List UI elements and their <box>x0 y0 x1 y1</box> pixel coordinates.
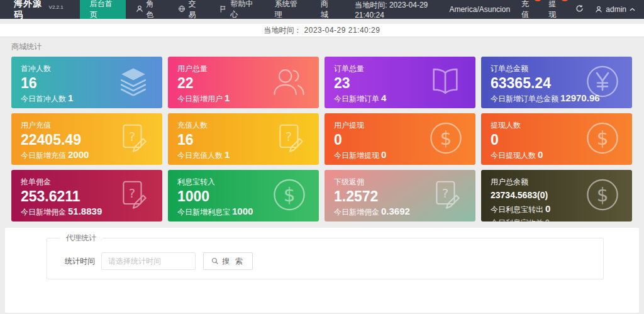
svg-text:$: $ <box>597 128 609 149</box>
timezone-text: America/Asuncion <box>449 5 510 14</box>
card-yesterday-line: 昨日新增佣金0 <box>334 220 466 221</box>
nav-item-dashboard[interactable]: 后台首页 <box>80 0 126 19</box>
doc-icon: ? <box>117 179 150 213</box>
card-yesterday-line: 昨日提现人数0 <box>491 164 623 165</box>
stat-card-interest-transfer-in: 利息宝转入1000今日新增利息宝1000昨日新增利息宝0$ <box>168 170 319 221</box>
dollar-icon: $ <box>586 178 619 214</box>
card-yesterday-line: 昨日新增提现0 <box>334 164 466 165</box>
users-icon <box>271 66 306 99</box>
svg-text:?: ? <box>129 186 135 201</box>
card-yesterday-line: 昨日首冲人数0 <box>21 107 153 108</box>
user-icon <box>595 6 602 13</box>
stat-cards-grid: 首冲人数16今日首冲人数1昨日首冲人数0用户总量22今日新增用户1昨日新增用户0… <box>0 57 644 221</box>
card-yesterday-line: 昨日新增利息宝0 <box>177 220 309 221</box>
nav-item-help-center[interactable]: 帮助中心 <box>209 0 264 19</box>
globe-icon <box>178 5 186 14</box>
stat-card-total-users: 用户总量22今日新增用户1昨日新增用户0 <box>168 57 319 108</box>
withdraw-badge: 0 <box>560 0 569 1</box>
stat-card-sub-rebate: 下级返佣1.2572今日新增佣金0.3692昨日新增佣金0? <box>325 170 475 221</box>
stat-card-user-withdraw: 用户提现0今日新增提现0昨日新增提现0$ <box>325 113 475 165</box>
local-time-label: 当地时间： <box>264 25 302 36</box>
svg-text:?: ? <box>129 130 135 144</box>
username: admin <box>606 5 626 14</box>
filter-row: 统计时间 搜 索 <box>65 252 586 270</box>
svg-text:?: ? <box>286 130 292 144</box>
dollar-icon: $ <box>429 121 463 157</box>
stat-card-first-charge-users: 首冲人数16今日首冲人数1昨日首冲人数0 <box>11 57 162 108</box>
svg-text:$: $ <box>284 184 296 206</box>
nav-item-trade[interactable]: 交易 <box>168 0 210 19</box>
card-yesterday-line: 昨日新增用户0 <box>177 107 309 108</box>
book-icon <box>428 67 463 98</box>
main-menu: 后台首页角色交易帮助中心系统管理商城 <box>80 0 343 19</box>
recharge-badge: 4 <box>533 0 542 1</box>
card-yesterday-line: 昨日充值人数0 <box>177 164 309 165</box>
svg-text:$: $ <box>440 128 452 149</box>
svg-text:$: $ <box>597 184 609 206</box>
user-icon <box>136 5 143 14</box>
top-navbar: 海外源码 V2.2.1 后台首页角色交易帮助中心系统管理商城 当地时间: 202… <box>0 0 644 19</box>
stat-card-withdraw-users: 提现人数0今日提现人数0昨日提现人数0$ <box>481 113 632 165</box>
card-yesterday-line: 昨日新增充值0 <box>21 164 153 165</box>
search-icon <box>211 257 219 265</box>
stat-card-user-total-balance: 用户总余额23734.5683(0)今日利息宝转出0今日利息宝收益0$ <box>481 170 632 221</box>
chevron-up-icon <box>630 8 635 11</box>
nav-item-roles[interactable]: 角色 <box>126 0 168 19</box>
doc-icon: ? <box>274 122 306 157</box>
navbar-right: 当地时间: 2023-04-29 21:40:24 America/Asunci… <box>343 0 644 19</box>
stat-time-label: 统计时间 <box>65 256 95 267</box>
brand-logo[interactable]: 海外源码 V2.2.1 <box>0 0 80 19</box>
card-yesterday-line: 昨日新增佣金0 <box>21 220 153 221</box>
agent-stats-legend: 代理统计 <box>60 233 103 244</box>
agent-stats-panel: 代理统计 统计时间 搜 索 <box>5 228 639 313</box>
user-menu[interactable]: admin <box>595 5 635 14</box>
search-button[interactable]: 搜 索 <box>203 252 253 270</box>
card-yesterday-line: 昨日新增订单0 <box>334 107 466 108</box>
stat-time-input[interactable] <box>101 252 196 270</box>
card-yesterday-line: 今日利息宝收益0 <box>491 218 623 221</box>
local-time-bar: 当地时间： 2023-04-29 21:40:29 <box>0 24 644 36</box>
nav-item-system[interactable]: 系统管理 <box>265 0 311 19</box>
stat-card-recharge-users: 充值人数16今日充值人数1昨日充值人数0? <box>168 113 319 165</box>
brand-version: V2.2.1 <box>49 4 64 10</box>
nav-item-mall[interactable]: 商城 <box>311 0 343 19</box>
dollar-icon: $ <box>586 121 619 157</box>
svg-text:?: ? <box>442 186 448 201</box>
flag-icon <box>219 5 227 14</box>
stats-section-title: 商城统计 <box>0 36 644 57</box>
card-yesterday-line: 昨日新增订单总金额0 <box>491 107 623 108</box>
layers-icon <box>117 67 150 98</box>
doc-icon: ? <box>430 179 463 213</box>
stat-card-total-order-amount: 订单总金额63365.24今日新增订单总金额12970.96昨日新增订单总金额0 <box>481 57 632 108</box>
agent-stats-fieldset: 代理统计 统计时间 搜 索 <box>47 238 604 279</box>
brand-title: 海外源码 <box>14 0 47 21</box>
dollar-icon: $ <box>272 178 306 214</box>
stat-card-user-recharge: 用户充值22405.49今日新增充值2000昨日新增充值0? <box>11 113 162 165</box>
stat-card-total-orders: 订单总量23今日新增订单4昨日新增订单0 <box>325 57 475 108</box>
recharge-notice-button[interactable]: 充值 4 <box>521 0 537 20</box>
doc-icon: ? <box>117 122 150 157</box>
local-time-text: 当地时间: 2023-04-29 21:40:24 <box>355 0 438 20</box>
stat-card-order-commission: 抢单佣金253.6211今日新增佣金51.8839昨日新增佣金0? <box>11 170 162 221</box>
withdraw-notice-button[interactable]: 提现 0 <box>548 0 564 20</box>
local-time-value: 2023-04-29 21:40:29 <box>304 26 380 35</box>
refresh-icon[interactable] <box>575 4 584 14</box>
yen-icon <box>586 65 619 101</box>
